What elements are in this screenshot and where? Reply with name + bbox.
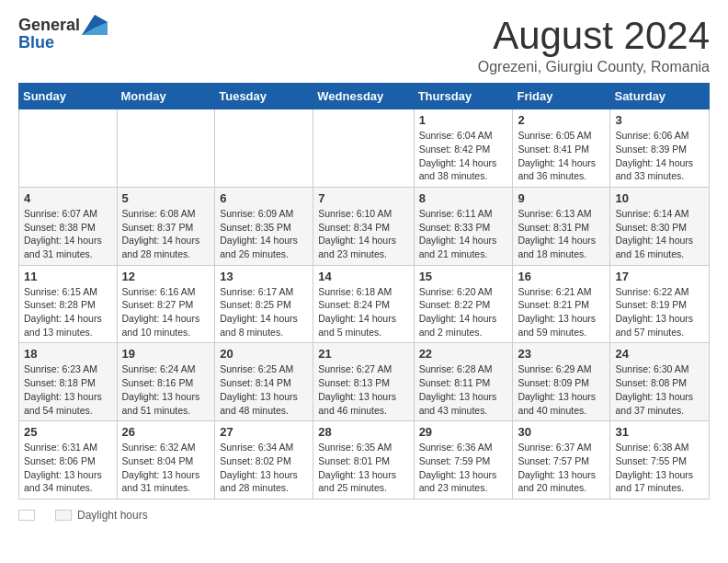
day-info: Sunrise: 6:29 AM Sunset: 8:09 PM Dayligh… — [518, 362, 605, 417]
day-number: 3 — [615, 113, 704, 127]
day-cell: 24Sunrise: 6:30 AM Sunset: 8:08 PM Dayli… — [610, 343, 710, 421]
day-cell: 2Sunrise: 6:05 AM Sunset: 8:41 PM Daylig… — [513, 109, 610, 188]
weekday-monday: Monday — [117, 84, 215, 109]
day-cell: 11Sunrise: 6:15 AM Sunset: 8:28 PM Dayli… — [19, 265, 118, 343]
day-cell: 29Sunrise: 6:36 AM Sunset: 7:59 PM Dayli… — [414, 421, 513, 500]
day-cell: 9Sunrise: 6:13 AM Sunset: 8:31 PM Daylig… — [513, 187, 610, 265]
legend-gray — [55, 510, 72, 521]
day-number: 28 — [318, 425, 408, 439]
location: Ogrezeni, Giurgiu County, Romania — [478, 59, 710, 75]
weekday-wednesday: Wednesday — [313, 84, 414, 109]
week-row-2: 4Sunrise: 6:07 AM Sunset: 8:38 PM Daylig… — [19, 187, 710, 265]
day-info: Sunrise: 6:18 AM Sunset: 8:24 PM Dayligh… — [318, 285, 408, 339]
day-number: 7 — [318, 191, 408, 205]
day-number: 26 — [122, 425, 210, 439]
day-number: 25 — [24, 425, 112, 439]
day-info: Sunrise: 6:15 AM Sunset: 8:28 PM Dayligh… — [24, 285, 112, 339]
day-info: Sunrise: 6:20 AM Sunset: 8:22 PM Dayligh… — [419, 285, 508, 339]
day-number: 10 — [615, 191, 704, 205]
day-cell: 25Sunrise: 6:31 AM Sunset: 8:06 PM Dayli… — [19, 421, 118, 500]
day-cell — [313, 109, 414, 188]
day-number: 2 — [518, 113, 605, 127]
daylight-label: Daylight hours — [77, 509, 148, 522]
day-number: 8 — [419, 191, 508, 205]
day-number: 14 — [318, 270, 408, 283]
day-cell: 21Sunrise: 6:27 AM Sunset: 8:13 PM Dayli… — [313, 343, 414, 421]
logo: General Blue — [18, 15, 108, 52]
day-cell: 22Sunrise: 6:28 AM Sunset: 8:11 PM Dayli… — [414, 343, 513, 421]
day-cell: 14Sunrise: 6:18 AM Sunset: 8:24 PM Dayli… — [313, 265, 414, 343]
day-info: Sunrise: 6:17 AM Sunset: 8:25 PM Dayligh… — [220, 285, 308, 339]
day-info: Sunrise: 6:24 AM Sunset: 8:16 PM Dayligh… — [122, 362, 210, 417]
logo-general: General — [18, 16, 80, 35]
day-info: Sunrise: 6:30 AM Sunset: 8:08 PM Dayligh… — [615, 362, 704, 417]
day-info: Sunrise: 6:04 AM Sunset: 8:42 PM Dayligh… — [419, 129, 508, 183]
day-number: 27 — [220, 425, 308, 439]
day-cell: 10Sunrise: 6:14 AM Sunset: 8:30 PM Dayli… — [610, 187, 710, 265]
legend-white — [18, 510, 35, 521]
title-block: August 2024 Ogrezeni, Giurgiu County, Ro… — [478, 15, 710, 75]
day-cell — [215, 109, 313, 188]
day-info: Sunrise: 6:37 AM Sunset: 7:57 PM Dayligh… — [518, 441, 605, 495]
weekday-sunday: Sunday — [19, 84, 118, 109]
day-number: 17 — [615, 270, 704, 283]
day-info: Sunrise: 6:05 AM Sunset: 8:41 PM Dayligh… — [518, 129, 605, 183]
calendar-table: SundayMondayTuesdayWednesdayThursdayFrid… — [18, 83, 710, 500]
day-cell: 7Sunrise: 6:10 AM Sunset: 8:34 PM Daylig… — [313, 187, 414, 265]
day-number: 6 — [220, 191, 308, 205]
day-number: 24 — [615, 347, 704, 361]
day-number: 20 — [220, 347, 308, 361]
day-cell: 19Sunrise: 6:24 AM Sunset: 8:16 PM Dayli… — [117, 343, 215, 421]
day-cell: 17Sunrise: 6:22 AM Sunset: 8:19 PM Dayli… — [610, 265, 710, 343]
weekday-tuesday: Tuesday — [215, 84, 313, 109]
day-number: 16 — [518, 270, 605, 283]
day-number: 5 — [122, 191, 210, 205]
day-number: 15 — [419, 270, 508, 283]
day-cell: 16Sunrise: 6:21 AM Sunset: 8:21 PM Dayli… — [513, 265, 610, 343]
calendar-page: General Blue August 2024 Ogrezeni, Giurg… — [0, 0, 728, 540]
day-cell: 20Sunrise: 6:25 AM Sunset: 8:14 PM Dayli… — [215, 343, 313, 421]
month-year: August 2024 — [478, 15, 710, 57]
logo-blue-text: Blue — [18, 33, 54, 52]
calendar-footer: Daylight hours — [18, 509, 710, 522]
day-cell: 15Sunrise: 6:20 AM Sunset: 8:22 PM Dayli… — [414, 265, 513, 343]
week-row-1: 1Sunrise: 6:04 AM Sunset: 8:42 PM Daylig… — [19, 109, 710, 188]
day-number: 23 — [518, 347, 605, 361]
day-cell: 5Sunrise: 6:08 AM Sunset: 8:37 PM Daylig… — [117, 187, 215, 265]
day-info: Sunrise: 6:38 AM Sunset: 7:55 PM Dayligh… — [615, 441, 704, 495]
day-cell: 8Sunrise: 6:11 AM Sunset: 8:33 PM Daylig… — [414, 187, 513, 265]
logo-icon — [82, 15, 108, 35]
day-info: Sunrise: 6:13 AM Sunset: 8:31 PM Dayligh… — [518, 207, 605, 261]
day-cell: 30Sunrise: 6:37 AM Sunset: 7:57 PM Dayli… — [513, 421, 610, 500]
day-info: Sunrise: 6:06 AM Sunset: 8:39 PM Dayligh… — [615, 129, 704, 183]
day-cell: 31Sunrise: 6:38 AM Sunset: 7:55 PM Dayli… — [610, 421, 710, 500]
day-info: Sunrise: 6:25 AM Sunset: 8:14 PM Dayligh… — [220, 362, 308, 417]
day-info: Sunrise: 6:32 AM Sunset: 8:04 PM Dayligh… — [122, 441, 210, 495]
day-info: Sunrise: 6:23 AM Sunset: 8:18 PM Dayligh… — [24, 362, 112, 417]
day-number: 1 — [419, 113, 508, 127]
day-cell: 23Sunrise: 6:29 AM Sunset: 8:09 PM Dayli… — [513, 343, 610, 421]
day-cell: 27Sunrise: 6:34 AM Sunset: 8:02 PM Dayli… — [215, 421, 313, 500]
day-info: Sunrise: 6:27 AM Sunset: 8:13 PM Dayligh… — [318, 362, 408, 417]
day-cell: 4Sunrise: 6:07 AM Sunset: 8:38 PM Daylig… — [19, 187, 118, 265]
day-info: Sunrise: 6:31 AM Sunset: 8:06 PM Dayligh… — [24, 441, 112, 495]
day-cell: 1Sunrise: 6:04 AM Sunset: 8:42 PM Daylig… — [414, 109, 513, 188]
day-info: Sunrise: 6:16 AM Sunset: 8:27 PM Dayligh… — [122, 285, 210, 339]
weekday-friday: Friday — [513, 84, 610, 109]
day-info: Sunrise: 6:36 AM Sunset: 7:59 PM Dayligh… — [419, 441, 508, 495]
header: General Blue August 2024 Ogrezeni, Giurg… — [18, 15, 710, 75]
day-info: Sunrise: 6:10 AM Sunset: 8:34 PM Dayligh… — [318, 207, 408, 261]
day-cell: 6Sunrise: 6:09 AM Sunset: 8:35 PM Daylig… — [215, 187, 313, 265]
day-info: Sunrise: 6:35 AM Sunset: 8:01 PM Dayligh… — [318, 441, 408, 495]
day-number: 18 — [24, 347, 112, 361]
day-info: Sunrise: 6:07 AM Sunset: 8:38 PM Dayligh… — [24, 207, 112, 261]
day-info: Sunrise: 6:21 AM Sunset: 8:21 PM Dayligh… — [518, 285, 605, 339]
day-number: 30 — [518, 425, 605, 439]
day-info: Sunrise: 6:08 AM Sunset: 8:37 PM Dayligh… — [122, 207, 210, 261]
weekday-header-row: SundayMondayTuesdayWednesdayThursdayFrid… — [19, 84, 710, 109]
day-cell: 12Sunrise: 6:16 AM Sunset: 8:27 PM Dayli… — [117, 265, 215, 343]
day-cell: 13Sunrise: 6:17 AM Sunset: 8:25 PM Dayli… — [215, 265, 313, 343]
logo-text: General — [18, 15, 108, 35]
day-info: Sunrise: 6:09 AM Sunset: 8:35 PM Dayligh… — [220, 207, 308, 261]
day-cell — [117, 109, 215, 188]
